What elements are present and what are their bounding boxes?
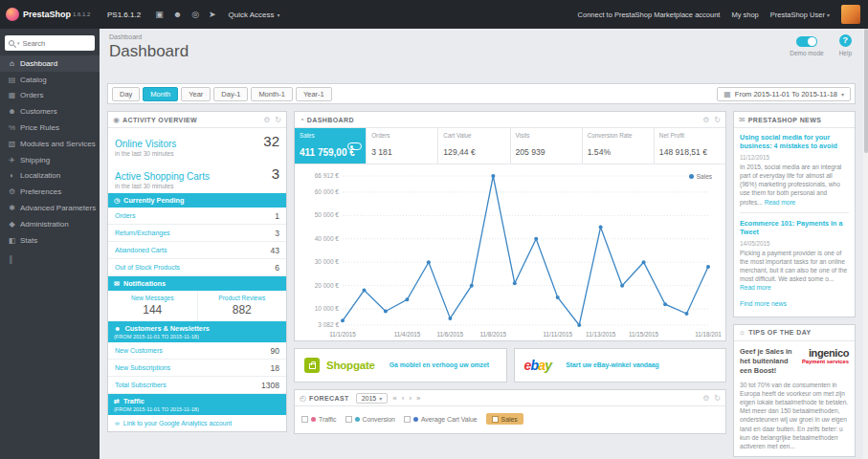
sidebar-item-administration[interactable]: ◆ Administration: [0, 216, 100, 232]
refresh-icon[interactable]: ↻: [714, 394, 721, 403]
pending-abandoned-carts-row[interactable]: Abandoned Carts 43: [108, 242, 286, 259]
news-article-title[interactable]: Using social media for your business: 4 …: [740, 133, 849, 151]
ingenico-brand: ingenico: [802, 347, 849, 359]
shopgate-module-card[interactable]: Shopgate Ga mobiel en verhoog uw omzet: [294, 348, 507, 382]
quick-access-menu[interactable]: Quick Access ▾: [229, 11, 280, 19]
help-icon: ?: [839, 34, 852, 47]
active-carts-row[interactable]: Active Shopping Carts 3: [108, 161, 286, 182]
row-value: 3: [275, 229, 279, 238]
last-page-button[interactable]: »: [416, 394, 420, 403]
new-messages-cell[interactable]: New Messages 144: [108, 291, 198, 321]
checkbox-icon[interactable]: [492, 416, 499, 423]
find-more-news-link[interactable]: Find more news: [740, 300, 787, 307]
range-year-1-button[interactable]: Year-1: [296, 87, 332, 101]
forecast-metric-traffic[interactable]: Traffic: [301, 416, 337, 423]
new-customers-row[interactable]: New Customers 90: [108, 342, 286, 360]
demo-mode-toggle[interactable]: Demo mode: [790, 34, 823, 56]
sidebar-item-localization[interactable]: ◐ Localization: [0, 168, 100, 185]
checkbox-icon[interactable]: [301, 416, 308, 423]
cart-icon[interactable]: ▣: [155, 10, 164, 19]
forecast-year-select[interactable]: 2015 ▾: [356, 393, 389, 404]
pending-returns-row[interactable]: Return/Exchanges 3: [108, 225, 286, 242]
svg-text:66 912 €: 66 912 €: [315, 172, 340, 179]
svg-text:11/15/2015: 11/15/2015: [629, 331, 659, 338]
my-shop-link[interactable]: My shop: [731, 11, 758, 19]
news-article-title[interactable]: Ecommerce 101: Payments in a Tweet: [740, 219, 849, 237]
support-icon[interactable]: ◎: [191, 10, 199, 19]
customers-icon[interactable]: ☻: [173, 10, 182, 19]
previous-page-button[interactable]: ‹: [402, 394, 405, 403]
gear-icon[interactable]: ⚙: [263, 116, 270, 124]
sidebar-item-preferences[interactable]: ⚙ Preferences: [0, 184, 100, 200]
sidebar-item-shipping[interactable]: ✈ Shipping: [0, 152, 100, 168]
next-page-button[interactable]: ›: [409, 394, 412, 403]
read-more-link[interactable]: Read more: [765, 199, 796, 206]
checkbox-icon[interactable]: [404, 416, 411, 423]
topbar: PrestaShop 1.6.1.2 PS1.6.1.2 ▣ ☻ ◎ ➤ Qui…: [0, 0, 868, 29]
pending-out-of-stock-row[interactable]: Out of Stock Products 6: [108, 259, 286, 276]
sidebar-item-price-rules[interactable]: % Price Rules: [0, 120, 100, 136]
refresh-icon[interactable]: ↻: [275, 116, 281, 124]
range-day-button[interactable]: Day: [112, 87, 140, 101]
range-year-button[interactable]: Year: [181, 87, 211, 101]
sidebar-search[interactable]: ▾: [5, 35, 95, 51]
help-button[interactable]: ? Help: [839, 34, 852, 56]
ingenico-logo[interactable]: ingenico Payment services: [802, 347, 849, 364]
kpi-toggle-switch[interactable]: [347, 142, 362, 150]
forecast-metric-conversion[interactable]: Conversion: [345, 416, 395, 423]
sidebar-item-advanced-parameters[interactable]: ✱ Advanced Parameters: [0, 200, 100, 216]
svg-text:30 000 €: 30 000 €: [315, 258, 340, 265]
sidebar-item-stats[interactable]: ◧ Stats: [0, 232, 100, 249]
shopgate-promo-link[interactable]: Ga mobiel en verhoog uw omzet: [389, 361, 489, 369]
range-month-1-button[interactable]: Month-1: [251, 87, 293, 101]
sidebar-item-orders[interactable]: ▦ Orders: [0, 88, 100, 104]
toggle-switch[interactable]: [796, 36, 817, 47]
sidebar-item-modules[interactable]: ▧ Modules and Services: [0, 136, 100, 152]
gear-icon[interactable]: ⚙: [702, 116, 709, 124]
checkbox-icon[interactable]: [345, 416, 352, 423]
ebay-promo-link[interactable]: Start uw eBay-winkel vandaag: [566, 361, 658, 369]
first-page-button[interactable]: «: [392, 394, 396, 403]
range-month-button[interactable]: Month: [143, 87, 178, 101]
kpi-label: Cart Value: [443, 132, 504, 139]
dashboard-icon: ⌂: [7, 59, 17, 68]
sidebar-item-label: Price Rules: [20, 123, 59, 132]
ebay-module-card[interactable]: ebay Start uw eBay-winkel vandaag: [514, 348, 727, 382]
sidebar-collapse-button[interactable]: ∥: [0, 249, 100, 270]
date-range-picker[interactable]: ▦ From 2015-11-01 To 2015-11-18 ▾: [717, 87, 851, 101]
sidebar-item-dashboard[interactable]: ⌂ Dashboard: [0, 55, 100, 72]
total-subscribers-row[interactable]: Total Subscribers 1308: [108, 377, 286, 394]
kpi-conversion-rate[interactable]: Conversion Rate 1.54%: [583, 128, 655, 164]
kpi-visits[interactable]: Visits 205 939: [511, 128, 583, 164]
online-visitors-subtitle: in the last 30 minutes: [108, 149, 286, 161]
breadcrumb[interactable]: Dashboard: [109, 33, 142, 40]
kpi-cart-value[interactable]: Cart Value 129,44 €: [438, 128, 510, 164]
gear-icon[interactable]: ⚙: [702, 394, 709, 403]
kpi-net-profit[interactable]: Net Profit 148 918,51 €: [655, 128, 725, 164]
online-visitors-label: Online Visitors: [115, 139, 176, 149]
sidebar-item-customers[interactable]: ☻ Customers: [0, 103, 100, 120]
refresh-icon[interactable]: ↻: [714, 116, 721, 124]
new-subscriptions-row[interactable]: New Subscriptions 18: [108, 360, 286, 377]
pending-orders-row[interactable]: Orders 1: [108, 208, 286, 225]
marketplace-connect-link[interactable]: Connect to PrestaShop Marketplace accoun…: [578, 11, 721, 19]
sidebar-item-catalog[interactable]: ▤ Catalog: [0, 72, 100, 88]
prestashop-logo[interactable]: PrestaShop 1.6.1.2: [0, 8, 100, 21]
scrollbar-thumb[interactable]: [864, 29, 868, 153]
search-input[interactable]: [23, 39, 91, 48]
notifications-header: ✉ Notifications: [108, 276, 286, 291]
avatar[interactable]: [841, 5, 860, 24]
kpi-orders[interactable]: Orders 3 181: [367, 128, 438, 164]
kpi-sales[interactable]: Sales 411 759,00 €: [295, 128, 367, 164]
scrollbar[interactable]: [863, 29, 868, 459]
rocket-icon[interactable]: ➤: [209, 10, 216, 19]
online-visitors-row[interactable]: Online Visitors 32: [108, 128, 286, 149]
forecast-metric-average-cart-value[interactable]: Average Cart Value: [404, 416, 478, 423]
user-menu[interactable]: PrestaShop User ▾: [770, 11, 830, 19]
forecast-metric-sales[interactable]: Sales: [486, 413, 523, 425]
product-reviews-cell[interactable]: Product Reviews 882: [198, 291, 287, 321]
kpi-value: 148 918,51 €: [659, 147, 721, 157]
read-more-link[interactable]: Read more: [740, 284, 771, 291]
google-analytics-link[interactable]: ∞ Link to your Google Analytics account: [108, 415, 286, 431]
range-day-1-button[interactable]: Day-1: [213, 87, 248, 101]
